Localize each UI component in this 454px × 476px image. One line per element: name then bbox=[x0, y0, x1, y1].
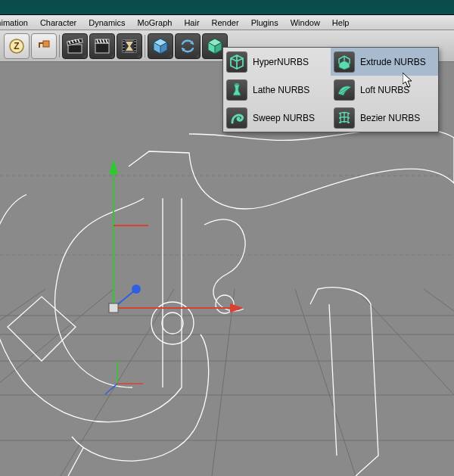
svg-rect-15 bbox=[135, 44, 136, 45]
mini-axis-icon bbox=[105, 361, 143, 394]
menu-loft-nurbs[interactable]: Loft NURBS bbox=[331, 76, 438, 104]
svg-rect-5 bbox=[95, 43, 109, 53]
undo-z-icon: Z bbox=[8, 38, 25, 54]
menu-animation[interactable]: Animation bbox=[0, 18, 34, 27]
menu-character[interactable]: Character bbox=[34, 18, 82, 27]
menu-bezier-nurbs[interactable]: Bezier NURBS bbox=[331, 104, 438, 132]
svg-marker-34 bbox=[109, 159, 118, 174]
grid-curve-icon bbox=[336, 110, 353, 126]
menu-sweep-nurbs[interactable]: Sweep NURBS bbox=[223, 104, 331, 132]
extrude-icon bbox=[336, 54, 353, 70]
toolbar-separator bbox=[145, 35, 145, 58]
menu-hypernurbs[interactable]: HyperNURBS bbox=[223, 48, 331, 76]
wing-icon bbox=[336, 82, 353, 98]
undo-button[interactable]: Z bbox=[4, 33, 30, 59]
menu-window[interactable]: Window bbox=[285, 18, 326, 27]
menu-lathe-nurbs[interactable]: Lathe NURBS bbox=[223, 76, 331, 104]
menu-plugins[interactable]: Plugins bbox=[245, 18, 285, 27]
redo-arrow-icon bbox=[36, 38, 52, 54]
menu-bar: Animation Character Dynamics MoGraph Hai… bbox=[0, 15, 454, 30]
menu-label: Loft NURBS bbox=[360, 85, 409, 95]
menu-label: Bezier NURBS bbox=[360, 113, 420, 123]
svg-line-27 bbox=[295, 289, 356, 476]
svg-point-44 bbox=[235, 83, 239, 85]
svg-line-24 bbox=[0, 289, 114, 476]
vase-icon bbox=[229, 82, 245, 98]
menu-mograph[interactable]: MoGraph bbox=[132, 18, 179, 27]
menu-hair[interactable]: Hair bbox=[178, 18, 205, 27]
render-film-button[interactable] bbox=[117, 33, 142, 59]
window-title-bar bbox=[0, 0, 454, 15]
menu-label: Sweep NURBS bbox=[253, 113, 315, 123]
swirl-icon bbox=[229, 110, 245, 126]
svg-rect-12 bbox=[123, 47, 125, 48]
svg-line-23 bbox=[0, 289, 45, 476]
menu-help[interactable]: Help bbox=[326, 18, 356, 27]
svg-line-29 bbox=[424, 289, 454, 476]
clapper-open-icon bbox=[66, 37, 84, 55]
clapper-closed-icon bbox=[93, 37, 111, 55]
svg-line-28 bbox=[356, 289, 454, 476]
menu-label: Lathe NURBS bbox=[253, 85, 309, 95]
svg-line-26 bbox=[212, 289, 235, 476]
redo-button[interactable] bbox=[31, 33, 57, 59]
svg-rect-14 bbox=[135, 41, 136, 42]
axis-gizmo bbox=[109, 159, 244, 313]
rotate-arrows-button[interactable] bbox=[175, 33, 201, 59]
svg-rect-3 bbox=[68, 45, 82, 53]
toolbar-separator bbox=[59, 35, 60, 58]
svg-rect-13 bbox=[123, 50, 125, 51]
menu-label: Extrude NURBS bbox=[360, 57, 426, 67]
clapper-closed-button[interactable] bbox=[89, 33, 115, 59]
svg-rect-10 bbox=[123, 41, 125, 42]
svg-text:Z: Z bbox=[14, 41, 19, 51]
clapper-open-button[interactable] bbox=[62, 33, 88, 59]
menu-render[interactable]: Render bbox=[206, 18, 245, 27]
cube-wire-icon bbox=[229, 54, 245, 70]
svg-rect-2 bbox=[43, 41, 49, 47]
svg-rect-17 bbox=[135, 50, 136, 51]
svg-point-39 bbox=[132, 285, 141, 294]
primitive-cube-button[interactable] bbox=[148, 33, 173, 59]
menu-extrude-nurbs[interactable]: Extrude NURBS bbox=[331, 48, 438, 76]
svg-rect-11 bbox=[123, 44, 125, 45]
svg-rect-40 bbox=[109, 303, 118, 313]
svg-rect-16 bbox=[135, 47, 136, 48]
nurbs-dropdown-menu: HyperNURBS Extrude NURBS Lathe NURBS Lof… bbox=[222, 47, 439, 132]
menu-dynamics[interactable]: Dynamics bbox=[82, 18, 131, 27]
menu-label: HyperNURBS bbox=[253, 57, 309, 67]
film-render-icon bbox=[120, 37, 138, 55]
